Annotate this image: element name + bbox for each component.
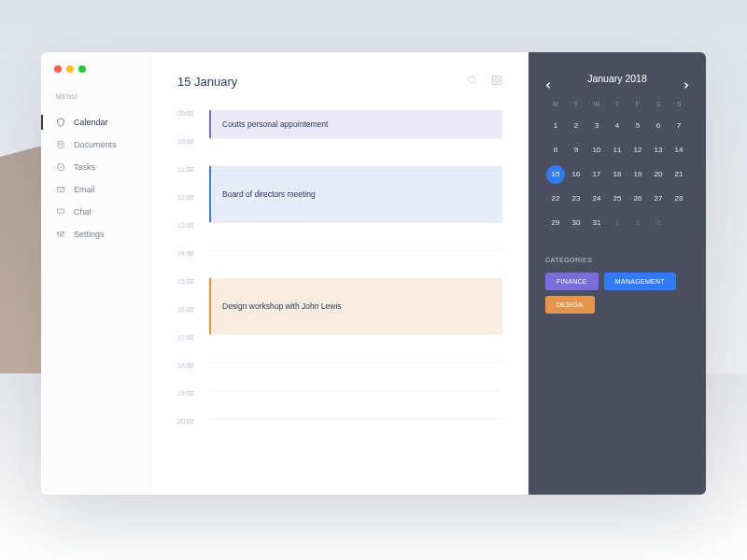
calendar-day[interactable]: 3	[587, 117, 606, 135]
timeline: 09:0010:0011:0012:0013:0014:0015:0016:00…	[177, 110, 502, 446]
calendar-day[interactable]: 13	[649, 141, 668, 160]
prev-month-button[interactable]	[545, 76, 552, 82]
dow-cell: T	[607, 101, 627, 107]
sidebar-item-documents[interactable]: Documents	[41, 133, 150, 156]
time-label: 18:00	[177, 362, 209, 369]
calendar-day[interactable]: 11	[608, 141, 627, 160]
calendar-day[interactable]: 14	[669, 141, 688, 160]
dow-cell: S	[648, 101, 669, 107]
calendar-day[interactable]: 18	[608, 165, 627, 184]
calendar-day[interactable]: 29	[546, 214, 565, 232]
calendar-day[interactable]: 6	[649, 117, 668, 135]
settings-icon	[56, 230, 65, 239]
calendar-day[interactable]: 31	[587, 214, 606, 232]
sidebar-item-label: Email	[74, 185, 95, 194]
main-header: 15 January	[177, 73, 502, 90]
time-label: 09:00	[177, 110, 209, 117]
calendar-dow-row: MTWTFSS	[545, 101, 689, 107]
sidebar-item-email[interactable]: Email	[41, 178, 150, 201]
svg-point-10	[63, 231, 63, 232]
category-design[interactable]: DESIGN	[545, 296, 595, 314]
event-title: Coutts personal appointement	[222, 119, 328, 129]
chat-icon	[56, 207, 65, 217]
app-window: MENU CalendarDocumentsTasksEmailChatSett…	[41, 52, 706, 495]
sidebar-item-settings[interactable]: Settings	[41, 223, 150, 245]
event-design[interactable]: Design workshop with John Lewis	[209, 278, 502, 334]
calendar-day[interactable]: 8	[546, 141, 565, 160]
calendar-day[interactable]: 1	[546, 117, 565, 135]
calendar-header: January 2018	[545, 73, 689, 84]
tasks-icon	[56, 162, 65, 172]
svg-rect-13	[493, 77, 497, 80]
svg-point-3	[57, 163, 64, 171]
time-label: 15:00	[177, 278, 209, 285]
calendar-day[interactable]: 4	[608, 117, 627, 135]
calendar-day[interactable]: 19	[628, 165, 647, 184]
svg-rect-0	[58, 142, 63, 148]
event-finance[interactable]: Coutts personal appointement	[209, 110, 502, 138]
calendar-day[interactable]: 23	[567, 189, 585, 208]
calendar-day[interactable]: 9	[567, 141, 585, 160]
calendar-day[interactable]: 26	[628, 189, 647, 208]
time-label: 16:00	[177, 306, 209, 313]
sidebar-item-label: Calendar	[74, 118, 108, 127]
window-controls	[41, 65, 150, 73]
sidebar-item-chat[interactable]: Chat	[41, 201, 150, 223]
time-label: 20:00	[177, 418, 209, 425]
calendar-day[interactable]: 30	[567, 214, 585, 232]
dow-cell: W	[586, 101, 607, 107]
calendar-day-next-month[interactable]: 3	[649, 214, 668, 232]
calendar-day[interactable]: 5	[628, 117, 647, 135]
grid-icon[interactable]	[491, 73, 502, 90]
right-panel: January 2018 MTWTFSS 1234567891011121314…	[529, 52, 706, 495]
calendar-day-next-month[interactable]: 2	[628, 214, 647, 232]
calendar-title: January 2018	[587, 73, 647, 84]
email-icon	[56, 185, 65, 194]
dow-cell: F	[627, 101, 648, 107]
categories-label: CATEGORIES	[545, 257, 689, 263]
next-month-button[interactable]	[683, 76, 689, 82]
category-finance[interactable]: FINANCE	[545, 273, 599, 290]
event-management[interactable]: Board of directors meeting	[209, 166, 502, 222]
calendar-day-next-month[interactable]: 1	[608, 214, 627, 232]
search-icon[interactable]	[467, 73, 478, 90]
calendar-day[interactable]: 16	[567, 165, 585, 184]
calendar-days: 1234567891011121314151617181920212223242…	[545, 117, 689, 232]
categories: FINANCEMANAGEMENTDESIGN	[545, 273, 689, 314]
calendar-day[interactable]: 22	[546, 189, 565, 208]
calendar-day[interactable]: 21	[669, 165, 688, 184]
calendar-day[interactable]: 24	[587, 189, 606, 208]
svg-point-9	[60, 235, 61, 236]
time-label: 10:00	[177, 138, 209, 145]
dow-cell: S	[669, 101, 689, 107]
calendar-day[interactable]: 25	[608, 189, 627, 208]
page-title: 15 January	[177, 75, 237, 89]
sidebar-item-label: Chat	[74, 207, 92, 217]
events-layer: Coutts personal appointementBoard of dir…	[209, 110, 502, 446]
calendar-day[interactable]: 2	[567, 117, 585, 135]
category-management[interactable]: MANAGEMENT	[604, 273, 676, 290]
calendar-day[interactable]: 15	[546, 165, 565, 184]
maximize-dot[interactable]	[78, 65, 86, 73]
sidebar-item-calendar[interactable]: Calendar	[41, 111, 150, 133]
minimize-dot[interactable]	[66, 65, 74, 73]
event-title: Board of directors meeting	[222, 189, 316, 199]
calendar-day[interactable]: 28	[669, 189, 688, 208]
calendar-day[interactable]: 20	[649, 165, 668, 184]
calendar-day[interactable]: 10	[587, 141, 606, 160]
sidebar: MENU CalendarDocumentsTasksEmailChatSett…	[41, 52, 151, 495]
calendar-day[interactable]: 27	[649, 189, 668, 208]
time-label: 17:00	[177, 334, 209, 341]
calendar-day[interactable]: 12	[628, 141, 647, 160]
sidebar-item-label: Tasks	[74, 162, 95, 172]
calendar-day[interactable]: 7	[669, 117, 688, 135]
close-dot[interactable]	[54, 65, 62, 73]
dow-cell: T	[566, 101, 586, 107]
time-label: 12:00	[177, 194, 209, 201]
menu-label: MENU	[41, 93, 150, 100]
sidebar-item-tasks[interactable]: Tasks	[41, 156, 150, 178]
svg-point-11	[469, 77, 475, 83]
time-label: 13:00	[177, 222, 209, 229]
calendar-day[interactable]: 17	[587, 165, 606, 184]
time-label: 11:00	[177, 166, 209, 173]
